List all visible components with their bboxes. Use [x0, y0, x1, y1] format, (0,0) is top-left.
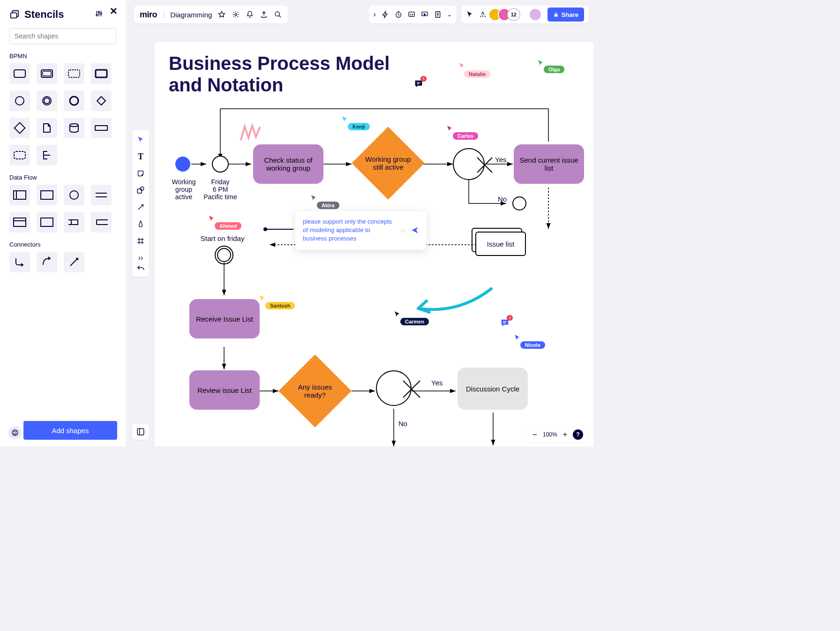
svg-point-12: [70, 97, 78, 105]
svg-rect-15: [95, 126, 107, 130]
node-review-issue[interactable]: Review issue List: [189, 370, 260, 410]
shape-gateway[interactable]: [91, 90, 112, 111]
chevron-right-icon[interactable]: ›: [374, 10, 376, 19]
svg-rect-4: [14, 70, 25, 77]
search-input[interactable]: [9, 28, 116, 44]
reactions-icon[interactable]: [479, 11, 487, 18]
cursor-icon[interactable]: [466, 11, 473, 18]
tool-palette: T ››: [132, 130, 149, 267]
connector-straight[interactable]: [64, 252, 84, 272]
avatar-self[interactable]: [529, 8, 542, 21]
export-icon[interactable]: [260, 10, 268, 19]
shape-process-circle[interactable]: [64, 185, 84, 205]
add-shapes-button[interactable]: Add shapes: [23, 421, 117, 440]
category-bpmn: BPMN: [9, 53, 116, 60]
edge-yes2: Yes: [431, 379, 442, 387]
shape-datastore[interactable]: [64, 118, 84, 138]
comment-thread-icon[interactable]: 5: [413, 79, 424, 91]
help-button[interactable]: ?: [573, 429, 583, 440]
shape-data-object[interactable]: [37, 118, 57, 138]
svg-rect-8: [96, 70, 107, 77]
canvas[interactable]: Business Process Model and Notation: [155, 42, 593, 446]
shape-annotation[interactable]: [37, 145, 57, 165]
shape-intermediate[interactable]: [37, 90, 57, 111]
connector-curve[interactable]: [37, 252, 57, 272]
shape-datastore-lines[interactable]: [91, 185, 112, 205]
shape-entity[interactable]: [9, 212, 30, 233]
node-diamond-ready[interactable]: Any issues ready?: [278, 354, 351, 427]
shape-transaction[interactable]: [37, 63, 57, 84]
sticky-tool[interactable]: [135, 168, 146, 179]
feedback-icon[interactable]: [8, 426, 22, 439]
node-xgateway2[interactable]: [376, 370, 412, 406]
comment-card[interactable]: please support only the concepts of mode…: [295, 211, 427, 250]
category-connectors: Connectors: [9, 241, 116, 248]
timer-icon[interactable]: [395, 11, 402, 18]
shape-event-sub[interactable]: [64, 63, 84, 84]
shape-process2[interactable]: [37, 185, 57, 205]
shape-start-event[interactable]: [9, 90, 30, 111]
emoji-icon[interactable]: ☺: [400, 227, 406, 234]
shape-store-open[interactable]: [64, 212, 84, 233]
top-bar: miro | Diagramming: [134, 6, 288, 23]
comment-text: please support only the concepts of mode…: [303, 218, 395, 243]
board-name[interactable]: Diagramming: [170, 11, 212, 19]
undo-button[interactable]: [132, 261, 149, 277]
bell-icon[interactable]: [246, 10, 254, 19]
node-issue-list[interactable]: Issue list: [472, 228, 528, 256]
send-icon[interactable]: [411, 226, 419, 234]
svg-point-25: [15, 431, 16, 432]
brand-logo[interactable]: miro: [140, 10, 157, 20]
node-send-issue-list[interactable]: Send current issue list: [514, 144, 584, 184]
svg-point-2: [98, 12, 100, 13]
svg-rect-34: [137, 428, 144, 435]
cursor-akira: Akira: [317, 202, 339, 209]
node-check-status[interactable]: Check status of working group: [253, 144, 323, 184]
close-icon[interactable]: ×: [110, 4, 117, 18]
stencils-sidebar: Stencils × BPMN Data Flow Connectors: [0, 0, 126, 446]
zoom-level[interactable]: 100%: [543, 431, 557, 438]
shape-external[interactable]: [9, 185, 30, 205]
shape-entity2[interactable]: [37, 212, 57, 233]
shape-exclusive[interactable]: [9, 118, 30, 138]
zoom-in[interactable]: +: [563, 430, 567, 439]
comment-thread-icon[interactable]: 3: [500, 318, 510, 330]
node-discussion[interactable]: Discussion Cycle: [458, 368, 528, 410]
settings-icon[interactable]: [232, 10, 240, 19]
shape-tool[interactable]: [135, 185, 146, 196]
svg-point-27: [275, 12, 279, 16]
settings-icon[interactable]: [95, 9, 103, 18]
node-receive-issue[interactable]: Receive Issue List: [189, 299, 260, 338]
connector-elbow[interactable]: [9, 252, 30, 272]
embed-icon[interactable]: [408, 11, 415, 18]
note-icon[interactable]: [434, 11, 442, 18]
cursor-ahmed: Ahmed: [215, 222, 241, 230]
star-icon[interactable]: [218, 10, 226, 19]
stencil-icon: [9, 9, 20, 20]
node-xgateway[interactable]: [453, 148, 485, 180]
shape-call[interactable]: [91, 63, 112, 84]
shape-store-open2[interactable]: [91, 212, 112, 233]
shape-group[interactable]: [9, 145, 30, 165]
more-icon[interactable]: ⌄: [447, 11, 452, 18]
svg-point-23: [12, 430, 18, 436]
svg-point-36: [212, 156, 228, 172]
select-tool[interactable]: [135, 134, 146, 145]
bolt-icon[interactable]: [382, 11, 389, 18]
pen-tool[interactable]: [135, 218, 146, 230]
shape-pool[interactable]: [91, 118, 112, 138]
shape-end-event[interactable]: [64, 90, 84, 111]
node-diamond-active[interactable]: Working group still active: [352, 127, 424, 199]
shape-task[interactable]: [9, 63, 30, 84]
apps-group: › ⌄: [369, 6, 457, 23]
node-timer-start[interactable]: [215, 246, 233, 264]
presence-count[interactable]: 12: [507, 8, 520, 21]
text-tool[interactable]: T: [135, 151, 146, 162]
search-icon[interactable]: [274, 10, 282, 19]
frames-panel-button[interactable]: [132, 424, 149, 440]
arrow-tool[interactable]: [135, 202, 146, 213]
frame-tool[interactable]: [135, 235, 146, 247]
present-icon[interactable]: [421, 11, 428, 18]
zoom-out[interactable]: −: [532, 430, 537, 440]
share-button[interactable]: Share: [548, 8, 584, 22]
